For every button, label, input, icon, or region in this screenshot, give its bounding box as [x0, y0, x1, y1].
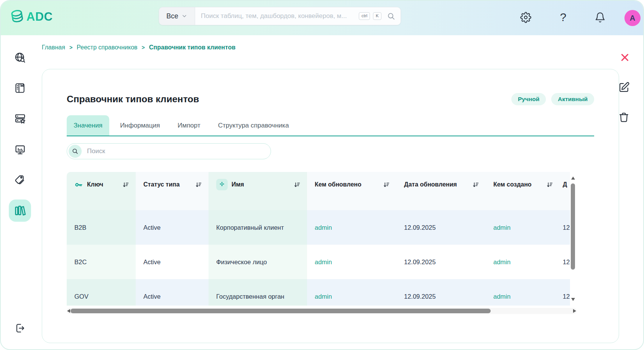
sidebar-item-data-registry[interactable] [12, 111, 28, 126]
tab-values[interactable]: Значения [67, 115, 109, 136]
tab-bar: Значения Информация Импорт Структура спр… [67, 115, 594, 136]
close-icon [619, 52, 630, 63]
breadcrumb-registry[interactable]: Реестр справочников [77, 44, 137, 51]
breadcrumb-current: Справочник типов клиентов [149, 44, 236, 51]
cell-updated-date: 12.09.2025 [396, 210, 486, 245]
tab-structure[interactable]: Структура справочника [211, 115, 296, 136]
cell-key: GOV [67, 279, 136, 306]
cell-status: Active [136, 279, 209, 306]
search-scope-dropdown[interactable]: Все [159, 7, 195, 25]
settings-button[interactable] [519, 11, 532, 24]
scroll-left-arrow[interactable] [67, 309, 70, 313]
gear-icon [520, 12, 531, 23]
values-table: Ключ Статус типа [67, 172, 577, 306]
column-label: Д [563, 181, 567, 188]
search-icon[interactable] [387, 12, 396, 21]
column-label: Статус типа [143, 181, 180, 188]
card-header: Справочник типов клиентов Ручной Активны… [67, 93, 594, 105]
badge-active: Активный [551, 93, 594, 105]
delete-button[interactable] [617, 111, 630, 124]
logo-database-icon [8, 8, 26, 26]
cell-created-by[interactable]: admin [493, 293, 511, 300]
column-header-name[interactable]: Имя [209, 172, 307, 210]
column-label: Кем обновлено [315, 181, 361, 188]
help-button[interactable]: ? [557, 11, 570, 24]
avatar-letter: A [630, 14, 635, 23]
sort-icon[interactable] [195, 182, 202, 188]
cell-name: Государственная орган [209, 279, 307, 306]
sort-icon[interactable] [122, 182, 129, 188]
tag-icon [14, 174, 26, 186]
table-search-input[interactable] [86, 147, 265, 155]
cell-key: B2B [67, 210, 136, 245]
logo[interactable]: ADC [8, 8, 53, 26]
column-header-status[interactable]: Статус типа [136, 172, 209, 210]
bell-icon [595, 12, 606, 23]
notifications-button[interactable] [593, 11, 606, 24]
cell-status: Active [136, 210, 209, 245]
breadcrumb-home[interactable]: Главная [42, 44, 65, 51]
horizontal-scroll-thumb[interactable] [71, 309, 491, 313]
dictionary-card: Справочник типов клиентов Ручной Активны… [42, 69, 619, 343]
column-header-created-date[interactable]: Д [560, 172, 570, 210]
kbd-ctrl: ctrl [359, 12, 370, 20]
cell-key: B2C [67, 245, 136, 279]
table-search [67, 143, 271, 159]
scroll-down-arrow[interactable] [571, 298, 575, 301]
sidebar-item-tags[interactable] [12, 172, 28, 188]
column-header-created-by[interactable]: Кем создано [486, 172, 560, 210]
search-scope-label: Все [166, 12, 178, 20]
cell-created-by[interactable]: admin [493, 224, 511, 231]
breadcrumb-separator: > [142, 44, 145, 51]
column-header-updated-by[interactable]: Кем обновлено [307, 172, 396, 210]
breadcrumb: Главная > Реестр справочников > Справочн… [42, 44, 235, 51]
cell-created-date: 12 [560, 279, 570, 306]
cell-created-date: 12 [560, 210, 570, 245]
tab-information[interactable]: Информация [113, 115, 167, 136]
global-search-input[interactable] [200, 12, 356, 20]
logo-text: ADC [26, 10, 53, 24]
global-search-field: ctrl K [195, 7, 401, 25]
avatar[interactable]: A [624, 10, 641, 26]
sort-icon[interactable] [546, 182, 553, 188]
vertical-scroll-thumb[interactable] [571, 183, 575, 270]
key-icon [74, 180, 83, 189]
sparkle-icon [216, 179, 228, 190]
pencil-square-icon [618, 82, 630, 93]
trash-icon [618, 111, 630, 123]
badge-manual: Ручной [511, 93, 546, 105]
column-header-key[interactable]: Ключ [67, 172, 136, 210]
cell-updated-date: 12.09.2025 [396, 245, 486, 279]
books-icon [13, 204, 26, 217]
cell-updated-by[interactable]: admin [315, 258, 332, 266]
edit-button[interactable] [617, 81, 630, 94]
cell-updated-by[interactable]: admin [315, 293, 332, 300]
status-badges: Ручной Активный [511, 93, 594, 105]
close-button[interactable] [619, 51, 631, 64]
breadcrumb-separator: > [69, 44, 72, 51]
sort-icon[interactable] [294, 182, 300, 188]
sidebar-item-dictionaries[interactable] [9, 200, 31, 222]
scroll-up-arrow[interactable] [571, 177, 575, 180]
sidebar-item-global-search[interactable] [12, 50, 28, 65]
cell-created-by[interactable]: admin [493, 258, 511, 266]
column-header-updated-date[interactable]: Дата обновления [396, 172, 486, 210]
column-label: Имя [232, 181, 244, 188]
cell-created-date: 12 [560, 245, 570, 279]
sidebar-item-dashboards[interactable] [12, 142, 28, 157]
sort-icon[interactable] [472, 182, 479, 188]
column-label: Кем создано [493, 181, 532, 188]
sidebar-item-journal[interactable] [12, 80, 28, 96]
column-label: Ключ [87, 181, 103, 188]
app-window: ADC Все ctrl K [0, 0, 644, 350]
scroll-right-arrow[interactable] [573, 309, 576, 313]
sidebar-item-logout[interactable] [12, 321, 28, 336]
sort-icon[interactable] [383, 182, 389, 188]
vertical-scrollbar[interactable] [570, 174, 577, 303]
horizontal-scrollbar[interactable] [67, 308, 577, 314]
app-header: ADC Все ctrl K [1, 1, 643, 35]
kbd-k: K [373, 12, 381, 20]
cell-updated-by[interactable]: admin [315, 224, 332, 231]
tab-import[interactable]: Импорт [171, 115, 207, 136]
search-icon [69, 145, 82, 158]
